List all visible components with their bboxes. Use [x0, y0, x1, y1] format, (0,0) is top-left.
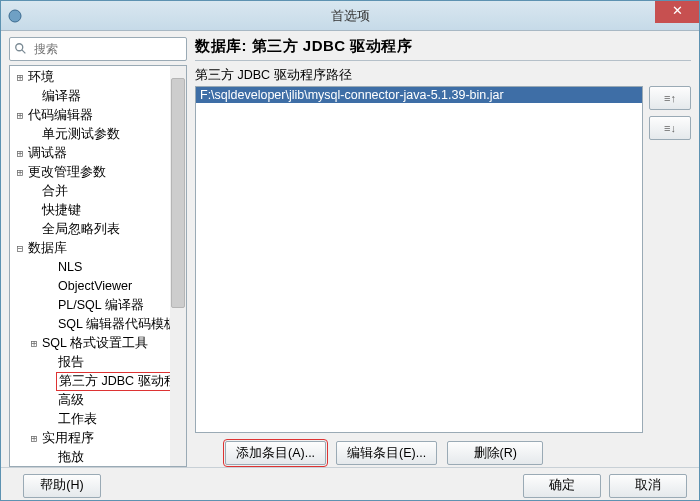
move-up-button[interactable]: ≡↑: [649, 86, 691, 110]
tree-item[interactable]: ⊞更改管理参数: [10, 163, 186, 182]
preferences-window: 首选项 ✕ ⊞环境编译器⊞代码编辑器单元测试参数⊞调试器⊞更改管理参数合并快捷键…: [0, 0, 700, 501]
ok-button[interactable]: 确定: [523, 474, 601, 498]
tree-item-label: 合并: [40, 182, 70, 201]
tree-item[interactable]: PL/SQL 编译器: [10, 296, 186, 315]
tree-item[interactable]: 编译器: [10, 87, 186, 106]
panel-subtitle: 第三方 JDBC 驱动程序路径: [195, 67, 691, 84]
svg-point-0: [9, 10, 21, 22]
tree-item[interactable]: ⊞环境: [10, 68, 186, 87]
tree-item-label: 单元测试参数: [40, 125, 122, 144]
panel-title: 数据库: 第三方 JDBC 驱动程序: [195, 37, 691, 56]
tree-item-label: PL/SQL 编译器: [56, 296, 146, 315]
expand-icon[interactable]: ⊞: [14, 106, 26, 125]
tree-item-label: SQL 编辑器代码模板: [56, 315, 179, 334]
window-title: 首选项: [331, 7, 370, 25]
tree-item[interactable]: 单元测试参数: [10, 125, 186, 144]
tree-item-label: 编译器: [40, 87, 83, 106]
search-box[interactable]: [9, 37, 187, 61]
tree-item[interactable]: 快捷键: [10, 201, 186, 220]
divider: [195, 60, 691, 61]
tree-item-label: 高级: [56, 391, 86, 410]
tree-item[interactable]: ⊞调试器: [10, 144, 186, 163]
tree-item[interactable]: 报告: [10, 353, 186, 372]
tree-item[interactable]: 高级: [10, 391, 186, 410]
tree-item-label: 快捷键: [40, 201, 83, 220]
tree-item[interactable]: SQL 编辑器代码模板: [10, 315, 186, 334]
expand-icon[interactable]: ⊞: [14, 144, 26, 163]
svg-point-1: [16, 44, 23, 51]
titlebar[interactable]: 首选项 ✕: [1, 1, 699, 31]
search-icon: [14, 42, 28, 56]
driver-path-list[interactable]: F:\sqldeveloper\jlib\mysql-connector-jav…: [195, 86, 643, 433]
tree-item[interactable]: ⊟数据库: [10, 239, 186, 258]
tree-item[interactable]: 合并: [10, 182, 186, 201]
tree-item-label: 调试器: [26, 144, 69, 163]
collapse-icon[interactable]: ⊟: [14, 239, 26, 258]
tree-item-label: 拖放: [56, 448, 86, 467]
tree-item[interactable]: ⊞实用程序: [10, 429, 186, 448]
list-item[interactable]: F:\sqldeveloper\jlib\mysql-connector-jav…: [196, 87, 642, 103]
tree-item-label: ObjectViewer: [56, 277, 134, 296]
tree-item-label: 工作表: [56, 410, 99, 429]
dialog-footer: 帮助(H) 确定 取消: [1, 467, 699, 501]
cancel-button[interactable]: 取消: [609, 474, 687, 498]
add-entry-button[interactable]: 添加条目(A)...: [225, 441, 326, 465]
edit-entry-button[interactable]: 编辑条目(E)...: [336, 441, 437, 465]
delete-entry-button[interactable]: 删除(R): [447, 441, 543, 465]
tree-item[interactable]: ⊞代码编辑器: [10, 106, 186, 125]
tree-item-label: 更改管理参数: [26, 163, 108, 182]
expand-icon[interactable]: ⊞: [28, 334, 40, 353]
tree-item-label: SQL 格式设置工具: [40, 334, 150, 353]
tree-item-label: NLS: [56, 258, 84, 277]
svg-line-2: [22, 50, 26, 54]
close-button[interactable]: ✕: [655, 1, 699, 23]
tree-item[interactable]: 拖放: [10, 448, 186, 467]
tree-item[interactable]: 第三方 JDBC 驱动程: [10, 372, 186, 391]
expand-icon[interactable]: ⊞: [14, 163, 26, 182]
tree-item[interactable]: 工作表: [10, 410, 186, 429]
tree-item-label: 报告: [56, 353, 86, 372]
tree-item-label: 第三方 JDBC 驱动程: [56, 372, 180, 391]
tree-item-label: 代码编辑器: [26, 106, 95, 125]
move-down-button[interactable]: ≡↓: [649, 116, 691, 140]
expand-icon[interactable]: ⊞: [28, 429, 40, 448]
tree-scrollbar[interactable]: [170, 66, 186, 466]
tree-item-label: 数据库: [26, 239, 69, 258]
tree-item-label: 全局忽略列表: [40, 220, 122, 239]
tree-item[interactable]: ⊞SQL 格式设置工具: [10, 334, 186, 353]
expand-icon[interactable]: ⊞: [14, 68, 26, 87]
tree-item[interactable]: 全局忽略列表: [10, 220, 186, 239]
search-input[interactable]: [32, 41, 186, 57]
category-tree[interactable]: ⊞环境编译器⊞代码编辑器单元测试参数⊞调试器⊞更改管理参数合并快捷键全局忽略列表…: [9, 65, 187, 467]
tree-item[interactable]: NLS: [10, 258, 186, 277]
tree-item[interactable]: ObjectViewer: [10, 277, 186, 296]
help-button[interactable]: 帮助(H): [23, 474, 101, 498]
scrollbar-thumb[interactable]: [171, 78, 185, 308]
tree-item-label: 实用程序: [40, 429, 96, 448]
tree-item-label: 环境: [26, 68, 56, 87]
app-icon: [7, 8, 23, 24]
